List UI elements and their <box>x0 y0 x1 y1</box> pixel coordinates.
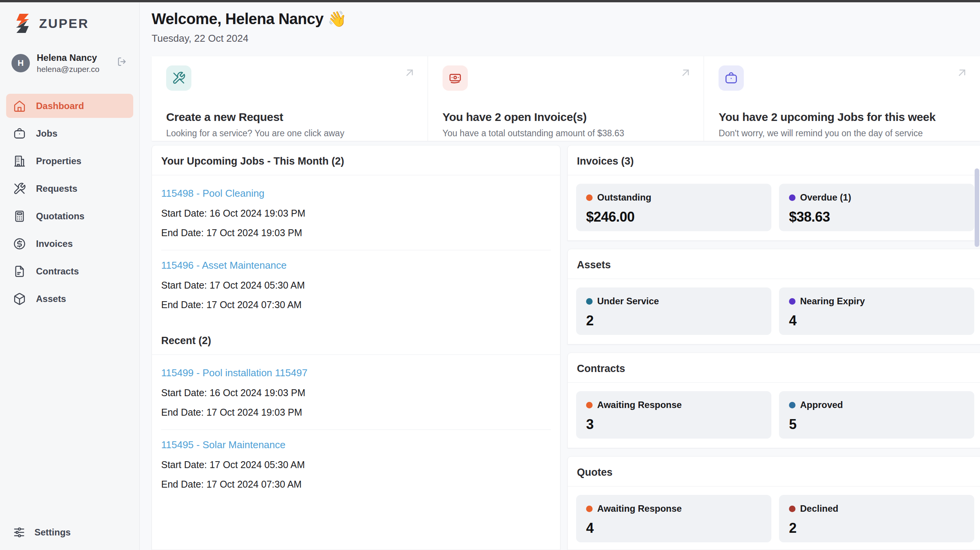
sidebar-item-quotations[interactable]: Quotations <box>6 204 133 228</box>
content-row: Your Upcoming Jobs - This Month (2) 1154… <box>152 145 980 550</box>
page-title: Welcome, Helena Nancy 👋 <box>152 10 346 28</box>
stat-value: $246.00 <box>586 209 761 225</box>
sidebar-item-properties[interactable]: Properties <box>6 149 133 173</box>
stat-label: Under Service <box>597 296 659 307</box>
sidebar-item-invoices[interactable]: Invoices <box>6 232 133 256</box>
logout-icon[interactable] <box>116 56 128 67</box>
sidebar-item-requests[interactable]: Requests <box>6 176 133 201</box>
sidebar-item-jobs[interactable]: Jobs <box>6 121 133 145</box>
card-subtitle: You have a total outstanding amount of $… <box>443 128 689 139</box>
create-request-card[interactable]: Create a new Request Looking for a servi… <box>152 56 428 141</box>
building-icon <box>13 155 26 168</box>
quick-cards-band: Create a new Request Looking for a servi… <box>152 56 980 141</box>
job-item: 115498 - Pool Cleaning Start Date: 16 Oc… <box>161 178 551 250</box>
section-title: Assets <box>568 249 980 279</box>
user-name: Helena Nancy <box>37 52 100 64</box>
briefcase-icon <box>13 127 26 140</box>
sidebar-item-settings[interactable]: Settings <box>6 526 133 539</box>
job-end-date: End Date: 17 Oct 2024 19:03 PM <box>161 407 551 418</box>
open-invoices-card[interactable]: You have 2 open Invoice(s) You have a to… <box>428 56 704 141</box>
job-end-date: End Date: 17 Oct 2024 07:30 AM <box>161 479 551 490</box>
stat-label: Overdue (1) <box>800 192 851 203</box>
stat-tile-awaiting-response[interactable]: Awaiting Response 3 <box>576 391 771 439</box>
stat-tile-under-service[interactable]: Under Service 2 <box>576 287 771 335</box>
calculator-icon <box>13 210 26 223</box>
brand-name: ZUPER <box>39 16 89 31</box>
tools-icon <box>13 182 26 195</box>
stat-value: 4 <box>586 520 761 536</box>
arrow-up-right-icon[interactable] <box>403 66 416 79</box>
briefcase-icon <box>719 65 744 91</box>
stat-label: Awaiting Response <box>597 503 682 514</box>
stat-value: $38.63 <box>789 209 964 225</box>
sidebar-item-label: Properties <box>36 156 82 166</box>
contracts-section: Contracts Awaiting Response 3 Approved 5 <box>567 353 980 448</box>
arrow-up-right-icon[interactable] <box>679 66 692 79</box>
cube-icon <box>13 292 26 305</box>
avatar: H <box>11 54 30 72</box>
document-icon <box>13 265 26 278</box>
card-title: You have 2 upcoming Jobs for this week <box>719 111 965 124</box>
card-subtitle: Looking for a service? You are one click… <box>166 128 413 139</box>
stat-tile-outstanding[interactable]: Outstanding $246.00 <box>576 184 771 231</box>
sidebar-item-label: Contracts <box>36 266 79 277</box>
stat-value: 2 <box>789 520 964 536</box>
jobs-panel-title: Your Upcoming Jobs - This Month (2) <box>152 145 560 175</box>
stat-label: Awaiting Response <box>597 400 682 410</box>
sidebar-item-label: Jobs <box>36 128 57 139</box>
job-start-date: Start Date: 17 Oct 2024 05:30 AM <box>161 459 551 470</box>
invoices-section: Invoices (3) Outstanding $246.00 Overdue… <box>567 145 980 241</box>
zuper-logo-icon <box>11 12 34 34</box>
page-header: Welcome, Helena Nancy 👋 Tuesday, 22 Oct … <box>152 10 346 44</box>
tools-icon <box>166 65 191 91</box>
user-profile: H Helena Nancy helena@zuper.co <box>6 52 133 74</box>
sliders-icon <box>13 526 25 539</box>
home-icon <box>13 100 26 113</box>
status-dot <box>586 298 593 305</box>
upcoming-jobs-list: 115498 - Pool Cleaning Start Date: 16 Oc… <box>152 175 560 322</box>
stat-value: 3 <box>586 416 761 432</box>
card-title: Create a new Request <box>166 111 413 124</box>
card-title: You have 2 open Invoice(s) <box>443 111 689 124</box>
status-dot <box>789 506 795 512</box>
stat-tile-declined[interactable]: Declined 2 <box>779 495 974 542</box>
stat-tile-approved[interactable]: Approved 5 <box>779 391 974 439</box>
stat-label: Nearing Expiry <box>800 296 865 307</box>
status-dot <box>789 194 795 201</box>
sidebar: ZUPER H Helena Nancy helena@zuper.co Das… <box>0 2 140 550</box>
brand: ZUPER <box>6 12 133 34</box>
sidebar-item-label: Assets <box>36 294 66 304</box>
sidebar-item-label: Dashboard <box>36 101 84 111</box>
card-subtitle: Don't worry, we will remind you on the d… <box>719 128 965 139</box>
stat-tile-overdue[interactable]: Overdue (1) $38.63 <box>779 184 974 231</box>
section-title: Invoices (3) <box>568 145 980 175</box>
sidebar-item-contracts[interactable]: Contracts <box>6 259 133 283</box>
vertical-scrollbar-thumb[interactable] <box>975 168 979 247</box>
page-date: Tuesday, 22 Oct 2024 <box>152 33 346 44</box>
user-email: helena@zuper.co <box>37 65 100 74</box>
job-item: 115496 - Asset Maintenance Start Date: 1… <box>161 250 551 322</box>
dollar-circle-icon <box>13 237 26 250</box>
section-title: Contracts <box>568 353 980 382</box>
window-top-strip <box>0 0 980 2</box>
sidebar-item-dashboard[interactable]: Dashboard <box>6 94 133 118</box>
sidebar-item-assets[interactable]: Assets <box>6 287 133 311</box>
stat-label: Approved <box>800 400 843 410</box>
sidebar-item-label: Quotations <box>36 211 85 222</box>
arrow-up-right-icon[interactable] <box>956 66 969 79</box>
stat-tile-awaiting-response[interactable]: Awaiting Response 4 <box>576 495 771 542</box>
stat-tile-nearing-expiry[interactable]: Nearing Expiry 4 <box>779 287 974 335</box>
job-link[interactable]: 115498 - Pool Cleaning <box>161 188 265 199</box>
settings-label: Settings <box>34 527 71 538</box>
stat-label: Outstanding <box>597 192 651 203</box>
upcoming-jobs-card[interactable]: You have 2 upcoming Jobs for this week D… <box>704 56 980 141</box>
job-link[interactable]: 115496 - Asset Maintenance <box>161 259 287 271</box>
status-dot <box>586 506 593 512</box>
status-dot <box>586 402 593 408</box>
status-dot <box>586 194 593 201</box>
job-link[interactable]: 115499 - Pool installation 115497 <box>161 367 307 379</box>
status-dot <box>789 298 795 305</box>
job-link[interactable]: 115495 - Solar Maintenance <box>161 439 286 451</box>
recent-jobs-list: 115499 - Pool installation 115497 Start … <box>152 355 560 501</box>
stats-column: Invoices (3) Outstanding $246.00 Overdue… <box>567 145 980 550</box>
